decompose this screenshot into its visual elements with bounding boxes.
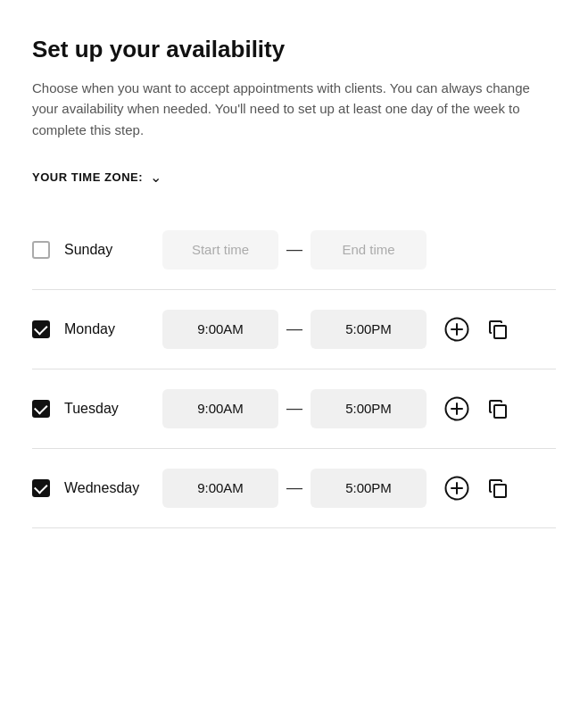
copy-time-slot-tuesday[interactable] (482, 393, 514, 425)
day-name-tuesday: Tuesday (64, 401, 162, 417)
start-time-monday[interactable]: 9:00AM (162, 310, 278, 349)
time-separator-monday: — (278, 320, 311, 338)
day-row-sunday: SundayStart time—End time (32, 211, 556, 290)
copy-time-slot-monday[interactable] (482, 313, 514, 345)
add-time-slot-tuesday[interactable] (441, 393, 473, 425)
add-icon (444, 317, 469, 342)
timezone-dropdown-button[interactable]: ⌄ (150, 169, 161, 186)
day-name-wednesday: Wednesday (64, 480, 162, 496)
copy-icon (486, 477, 509, 500)
start-time-sunday: Start time (162, 230, 278, 270)
checkbox-wednesday[interactable] (32, 479, 50, 497)
day-name-sunday: Sunday (64, 242, 162, 258)
svg-rect-3 (494, 326, 506, 338)
timezone-label: YOUR TIME ZONE: (32, 170, 143, 184)
checkbox-sunday[interactable] (32, 241, 50, 259)
start-time-tuesday[interactable]: 9:00AM (162, 389, 278, 428)
copy-icon (486, 318, 509, 341)
start-time-wednesday[interactable]: 9:00AM (162, 469, 278, 508)
page-title: Set up your availability (32, 36, 556, 63)
timezone-row: YOUR TIME ZONE: ⌄ (32, 169, 556, 186)
add-icon (444, 396, 469, 421)
add-time-slot-monday[interactable] (441, 313, 473, 345)
end-time-sunday: End time (311, 230, 427, 270)
time-separator-sunday: — (278, 240, 311, 259)
day-name-monday: Monday (64, 321, 162, 337)
time-separator-tuesday: — (278, 399, 311, 418)
add-time-slot-wednesday[interactable] (441, 472, 473, 504)
end-time-monday[interactable]: 5:00PM (311, 310, 427, 349)
add-icon (444, 476, 469, 501)
end-time-tuesday[interactable]: 5:00PM (311, 389, 427, 428)
end-time-wednesday[interactable]: 5:00PM (311, 469, 427, 508)
day-row-monday: Monday9:00AM—5:00PM (32, 290, 556, 369)
days-list: SundayStart time—End timeMonday9:00AM—5:… (32, 211, 556, 528)
day-row-tuesday: Tuesday9:00AM—5:00PM (32, 369, 556, 449)
copy-time-slot-wednesday[interactable] (482, 472, 514, 504)
copy-icon (486, 397, 509, 420)
svg-rect-7 (494, 405, 506, 418)
time-separator-wednesday: — (278, 478, 311, 497)
checkbox-monday[interactable] (32, 320, 50, 338)
checkbox-tuesday[interactable] (32, 400, 50, 418)
svg-rect-11 (494, 485, 506, 497)
day-row-wednesday: Wednesday9:00AM—5:00PM (32, 449, 556, 528)
page-description: Choose when you want to accept appointme… (32, 78, 532, 140)
